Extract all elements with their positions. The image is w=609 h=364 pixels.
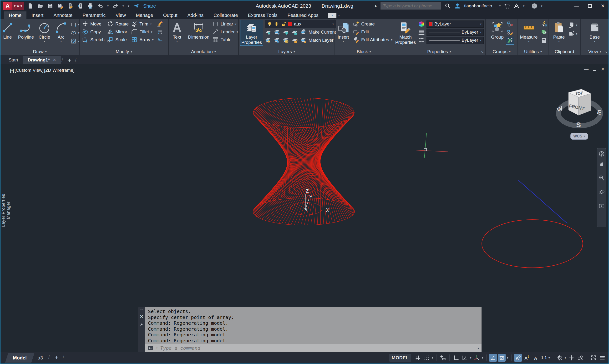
open-from-mobile-icon[interactable] [67, 3, 73, 9]
autodesk-account-icon[interactable] [513, 3, 520, 9]
layer-lock-icon[interactable] [291, 29, 298, 35]
quick-calc-button[interactable] [540, 37, 548, 45]
line-button[interactable]: Line [0, 20, 16, 40]
panel-label-draw[interactable]: Draw▾ [0, 48, 79, 55]
clean-screen-button[interactable] [590, 354, 597, 362]
share-button[interactable]: Share [143, 3, 156, 9]
mirror-button[interactable]: Mirror [107, 28, 129, 36]
autoscale-toggle[interactable]: A [523, 354, 531, 362]
layer-thaw-all-icon[interactable] [283, 37, 289, 43]
layer-unlock-all-icon[interactable] [291, 37, 298, 43]
open-file-icon[interactable] [37, 3, 43, 9]
lineweight-combo[interactable]: ByLayer▾ [427, 29, 484, 36]
save-as-icon[interactable] [57, 3, 63, 9]
layer-isolate-icon[interactable] [274, 29, 280, 35]
user-dropdown-icon[interactable]: ▾ [499, 4, 501, 7]
quick-properties-button[interactable] [540, 20, 548, 28]
object-color-combo[interactable]: ByLayer▾ [427, 21, 484, 28]
layer-select-combo[interactable]: aux ▾ [265, 20, 336, 28]
drawing-close-icon[interactable]: ✕ [601, 67, 605, 71]
scale-dropdown-icon[interactable]: ▾ [548, 356, 550, 359]
object-snap-toggle[interactable] [498, 354, 505, 362]
arc-button[interactable]: Arc▾ [53, 20, 69, 43]
measure-button[interactable]: Measure▾ [518, 20, 540, 43]
rectangle-button[interactable]: ▾ [70, 21, 80, 28]
tab-express-tools[interactable]: Express Tools [243, 12, 283, 19]
layer-combo-dropdown-icon[interactable]: ▾ [332, 23, 334, 26]
tab-start[interactable]: Start [4, 56, 23, 64]
layer-properties-button[interactable]: LayerProperties [240, 20, 263, 46]
close-tab-icon[interactable]: ✕ [53, 57, 56, 63]
drawing-canvas[interactable]: ZYX [-] [Custom View] [2D Wireframe] — ✕… [0, 64, 609, 352]
block-create-button[interactable]: Create [353, 20, 392, 28]
drawing-restore-icon[interactable] [593, 68, 596, 71]
hatch-button[interactable]: ▾ [70, 37, 80, 45]
layer-on-icon[interactable] [267, 21, 272, 26]
tab-view[interactable]: View [111, 12, 131, 19]
command-collapse-icon[interactable]: ▴ [478, 347, 479, 350]
snap-mode-toggle[interactable] [423, 354, 430, 362]
search-input[interactable] [380, 2, 441, 10]
workspace-dropdown-icon[interactable]: ▾ [565, 356, 566, 359]
panel-label-annotation[interactable]: Annotation▾ [169, 48, 238, 55]
view-dialog-launcher-icon[interactable]: ↘ [604, 50, 607, 54]
tab-output[interactable]: Output [158, 12, 182, 19]
iso-dropdown-icon[interactable]: ▾ [482, 356, 483, 359]
command-prompt-icon[interactable] [147, 345, 154, 351]
rotate-button[interactable]: Rotate [107, 20, 129, 28]
make-current-button[interactable]: Make Current [300, 28, 336, 36]
viewport-visual-style-control[interactable]: [2D Wireframe] [44, 68, 75, 73]
grid-display-toggle[interactable] [414, 354, 422, 362]
edit-attributes-button[interactable]: Edit Attributes▾ [353, 36, 392, 44]
ortho-mode-toggle[interactable] [452, 354, 460, 362]
fillet-button[interactable]: Fillet▾ [131, 28, 154, 36]
panel-label-block[interactable]: Block▾ [335, 48, 393, 55]
ribbon-minimize-icon[interactable]: ▾ [338, 14, 340, 17]
redo-icon[interactable] [113, 3, 119, 9]
insert-block-button[interactable]: Insert▾ [335, 20, 351, 43]
layout-tab-a3[interactable]: a3 [33, 353, 47, 363]
layer-properties-manager-palette-tab[interactable]: Layer Properties Manager [1, 188, 11, 233]
object-snap-tracking-toggle[interactable] [489, 354, 497, 362]
dynamic-input-toggle[interactable] [439, 354, 447, 362]
group-button[interactable]: Group [489, 20, 505, 40]
compass-south[interactable]: S [576, 121, 581, 129]
wcs-selector[interactable]: WCS▾ [570, 133, 588, 140]
layer-color-swatch[interactable] [288, 22, 292, 26]
help-dropdown-icon[interactable]: ▾ [541, 4, 542, 7]
orbit-icon[interactable] [598, 189, 605, 195]
plot-icon[interactable] [87, 3, 93, 9]
tab-annotate[interactable]: Annotate [48, 12, 78, 19]
group-edit-button[interactable] [506, 28, 514, 36]
explode-button[interactable] [156, 28, 164, 36]
app-store-icon[interactable] [504, 3, 510, 9]
search-icon[interactable] [445, 3, 451, 9]
autodesk-dropdown-icon[interactable]: ▾ [523, 4, 524, 7]
annotation-scale-button[interactable]: A [532, 354, 539, 362]
viewport-menu-control[interactable]: [-] [10, 68, 14, 73]
panel-label-properties[interactable]: Properties▾ [393, 48, 485, 55]
pan-icon[interactable] [598, 161, 605, 167]
group-selection-toggle[interactable] [506, 37, 514, 45]
qat-customize-icon[interactable]: ▾ [128, 4, 129, 8]
layer-on-all-icon[interactable] [265, 37, 271, 43]
linear-button[interactable]: Linear▾ [212, 20, 238, 28]
maximize-button[interactable] [588, 4, 592, 8]
zoom-extents-icon[interactable] [598, 175, 605, 181]
osnap-dropdown-icon[interactable]: ▾ [507, 356, 508, 359]
tab-add-ins[interactable]: Add-ins [182, 12, 209, 19]
quick-select-button[interactable] [540, 28, 548, 36]
match-layer-button[interactable]: Match Layer [300, 36, 334, 44]
viewport-view-control[interactable]: [Custom View] [14, 68, 44, 73]
polar-dropdown-icon[interactable]: ▾ [470, 356, 471, 359]
block-edit-button[interactable]: Edit [353, 28, 392, 36]
tab-featured-apps[interactable]: Featured Apps [283, 12, 324, 19]
polar-tracking-toggle[interactable] [461, 354, 469, 362]
isometric-drafting-toggle[interactable] [473, 354, 480, 362]
layer-off-icon[interactable] [265, 29, 271, 35]
ungroup-button[interactable] [506, 20, 514, 28]
move-button[interactable]: Move [82, 20, 104, 28]
annotation-visibility-toggle[interactable]: A [514, 354, 522, 362]
lineweight-icon[interactable] [418, 29, 425, 35]
paste-button[interactable]: Paste▾ [551, 20, 567, 43]
